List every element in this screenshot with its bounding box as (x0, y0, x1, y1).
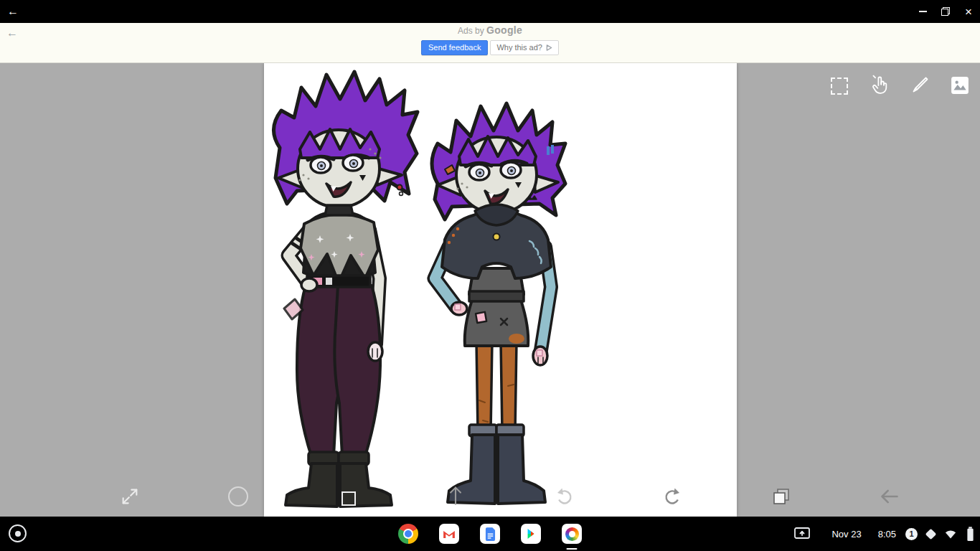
send-feedback-button[interactable]: Send feedback (421, 40, 488, 55)
gmail-icon (439, 524, 459, 544)
touch-gesture-button[interactable] (869, 74, 890, 95)
shelf-clock: 8:05 (878, 529, 896, 540)
pen-tool-button[interactable] (909, 75, 930, 96)
why-this-ad-button[interactable]: Why this ad? (490, 40, 559, 55)
shelf-app-chrome[interactable] (397, 523, 419, 545)
google-logo-text: Google (486, 24, 522, 36)
pen-icon (910, 75, 930, 95)
redo-button[interactable] (661, 486, 683, 507)
transform-tool-button[interactable] (119, 486, 141, 507)
minimize-button[interactable] (911, 0, 934, 23)
ibis-paint-ring (565, 527, 579, 541)
frame-tool-button[interactable] (338, 488, 359, 509)
window-titlebar: ← × (0, 0, 980, 23)
undo-icon (555, 486, 575, 507)
diamond-icon (925, 528, 937, 540)
launcher-button[interactable] (9, 524, 27, 542)
back-arrow-icon (880, 486, 900, 507)
image-import-icon (951, 76, 969, 95)
drawing-canvas[interactable] (264, 63, 737, 517)
shelf-date: Nov 23 (831, 529, 861, 540)
marquee-select-icon (831, 77, 848, 95)
pull-up-arrow-icon (446, 484, 466, 506)
character-right (432, 103, 565, 504)
notification-badge: 1 (905, 528, 918, 540)
ad-buttons: Send feedback Why this ad? (0, 40, 980, 55)
active-app-indicator (567, 548, 578, 550)
minimize-icon (919, 11, 927, 12)
canvas-artwork (264, 63, 737, 517)
shelf-app-ibis-paint[interactable] (561, 523, 583, 545)
restore-button[interactable] (934, 0, 957, 23)
shelf-apps (397, 523, 583, 545)
ad-banner: ← Ads by Google Send feedback Why this a… (0, 23, 980, 63)
wifi-icon (944, 527, 957, 540)
chromeos-screen: ← × ← Ads by Google Send feedback Why th… (0, 0, 980, 551)
restore-icon (941, 7, 950, 16)
canvas-back-button[interactable] (879, 486, 900, 507)
layers-button[interactable] (771, 486, 792, 507)
shelf-app-docs[interactable] (479, 523, 501, 545)
paint-workspace (0, 63, 980, 517)
touch-gesture-icon (869, 74, 890, 95)
layers-icon (771, 486, 791, 507)
play-store-icon (521, 524, 541, 544)
shelf-app-gmail[interactable] (438, 523, 460, 545)
close-button[interactable]: × (957, 0, 980, 23)
image-import-button[interactable] (949, 75, 971, 96)
color-picker-button[interactable] (227, 486, 249, 507)
pull-up-toolbar-button[interactable] (445, 484, 466, 506)
ad-header-prefix: Ads by (458, 26, 484, 36)
redo-icon (662, 486, 682, 507)
character-left (273, 72, 418, 507)
shelf: Nov 23 8:05 1 (0, 517, 980, 551)
back-icon: ← (7, 5, 19, 17)
frame-icon (341, 491, 356, 506)
marquee-select-button[interactable] (829, 75, 850, 97)
shelf-app-play-store[interactable] (520, 523, 542, 545)
launcher-icon (15, 531, 21, 537)
ibis-paint-icon (562, 524, 582, 544)
transform-icon (120, 486, 140, 507)
ad-header: Ads by Google (0, 23, 980, 36)
screen-share-icon (793, 525, 811, 542)
undo-button[interactable] (554, 486, 575, 507)
why-this-ad-label: Why this ad? (496, 43, 542, 52)
battery-icon (966, 526, 974, 542)
close-icon: × (965, 6, 972, 18)
window-back-button[interactable]: ← (3, 0, 23, 23)
ad-back-button[interactable]: ← (3, 24, 22, 42)
chrome-icon (398, 524, 418, 544)
color-circle-icon (228, 486, 248, 507)
back-arrow-icon: ← (6, 27, 18, 39)
status-area[interactable]: Nov 23 8:05 1 (793, 517, 974, 551)
adchoices-icon (546, 44, 552, 51)
docs-icon (480, 524, 500, 544)
window-controls: × (911, 0, 980, 23)
